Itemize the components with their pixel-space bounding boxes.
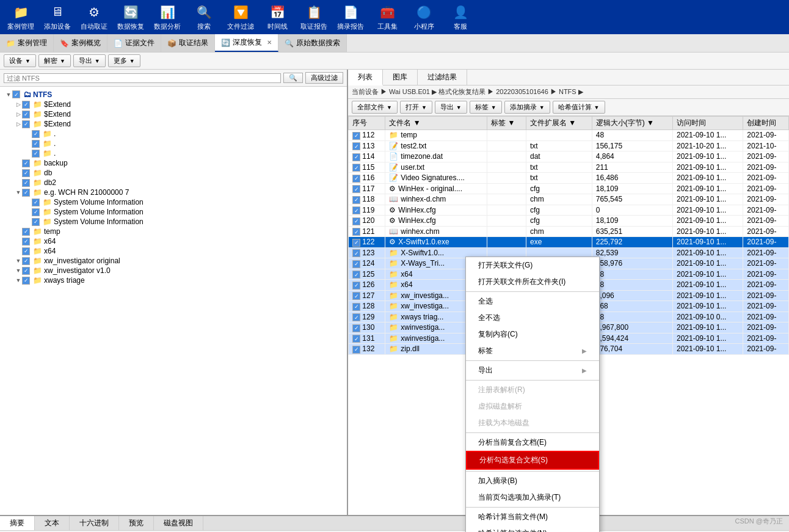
tree-toggle-xw-v1[interactable]: ▼ bbox=[15, 267, 22, 274]
tree-checkbox-temp[interactable]: ✓ bbox=[22, 228, 30, 236]
more-button[interactable]: 更多 ▼ bbox=[108, 54, 140, 67]
toolbar-customer-service[interactable]: 👤 客服 bbox=[445, 2, 476, 32]
all-files-button[interactable]: 全部文件 ▼ bbox=[352, 101, 398, 114]
tree-checkbox-db2[interactable]: ✓ bbox=[22, 179, 30, 187]
right-tab-gallery[interactable]: 图库 bbox=[383, 70, 418, 85]
row-checkbox[interactable]: ✓ bbox=[352, 271, 360, 279]
menu-hash-selected[interactable]: 哈希计算勾选文件(N) bbox=[466, 525, 599, 532]
row-checkbox[interactable]: ✓ bbox=[352, 249, 360, 257]
tree-node-sysvolinfo3[interactable]: ✓ 📁 System Volume Information bbox=[2, 217, 344, 227]
export-button[interactable]: 导出 ▼ bbox=[73, 54, 106, 67]
row-checkbox[interactable]: ✓ bbox=[352, 228, 360, 236]
menu-analyze-selected[interactable]: 分析勾选复合文档(S) bbox=[466, 451, 599, 470]
tab-deep-recover[interactable]: 🔄 深度恢复 ✕ bbox=[215, 34, 278, 52]
tree-node-xw-v1[interactable]: ▼ ✓ 📁 xw_investigator v1.0 bbox=[2, 266, 344, 275]
bottom-tab-hex[interactable]: 十六进制 bbox=[70, 516, 119, 530]
add-extract-button[interactable]: 添加摘录 ▼ bbox=[504, 101, 550, 114]
hash-calc-button[interactable]: 哈希值计算 ▼ bbox=[553, 101, 605, 114]
bottom-tab-summary[interactable]: 摘要 bbox=[0, 516, 35, 530]
tree-node-ntfs[interactable]: ▼ ✓ 🗂 NTFS bbox=[2, 89, 344, 100]
row-checkbox[interactable]: ✓ bbox=[352, 132, 360, 140]
tree-checkbox-x64-1[interactable]: ✓ bbox=[22, 238, 30, 246]
row-checkbox[interactable]: ✓ bbox=[352, 175, 360, 183]
tree-toggle-xw-orig[interactable]: ▼ bbox=[15, 257, 22, 264]
tree-toggle-extend2[interactable]: ▷ bbox=[15, 111, 22, 118]
tree-checkbox-sysvolinfo3[interactable]: ✓ bbox=[32, 218, 40, 226]
menu-open-assoc-folder[interactable]: 打开关联文件所在文件夹(I) bbox=[466, 274, 599, 290]
tree-node-dot1[interactable]: ✓ 📁 . bbox=[2, 129, 344, 139]
table-row[interactable]: ✓ 121 📖winhex.chm chm 635,251 2021-09-10… bbox=[349, 226, 789, 237]
tree-node-dot2[interactable]: ✓ 📁 . bbox=[2, 139, 344, 148]
tree-toggle-extend3[interactable]: ▷ bbox=[15, 120, 22, 128]
tree-node-extend3[interactable]: ▷ ✓ 📁 $Extend bbox=[2, 119, 344, 129]
row-checkbox[interactable]: ✓ bbox=[352, 346, 360, 354]
table-row[interactable]: ✓ 118 📖winhex-d.chm chm 765,545 2021-09-… bbox=[349, 194, 789, 205]
menu-copy-content[interactable]: 复制内容(C) bbox=[466, 326, 599, 343]
export2-button[interactable]: 导出 ▼ bbox=[435, 101, 467, 114]
tree-checkbox-extend3[interactable]: ✓ bbox=[22, 120, 30, 128]
table-row[interactable]: ✓ 122 ⚙X-Swiftv1.0.exe exe 225,792 2021-… bbox=[349, 237, 789, 248]
right-tab-list[interactable]: 列表 bbox=[348, 70, 383, 86]
tree-checkbox-sysvolinfo1[interactable]: ✓ bbox=[32, 199, 40, 206]
tree-checkbox-wch[interactable]: ✓ bbox=[22, 189, 30, 197]
tree-checkbox-xways-triage[interactable]: ✓ bbox=[22, 277, 30, 285]
tab-extract-result[interactable]: 📦 取证结果 bbox=[161, 34, 215, 52]
tree-toggle-xways-triage[interactable]: ▼ bbox=[15, 277, 22, 284]
table-row[interactable]: ✓ 116 📝Video Signatures.... txt 16,486 2… bbox=[349, 173, 789, 184]
table-row[interactable]: ✓ 114 📄timezone.dat dat 4,864 2021-09-10… bbox=[349, 151, 789, 162]
menu-deselect-all[interactable]: 全不选 bbox=[466, 310, 599, 326]
tab-case-overview[interactable]: 🔖 案例概览 bbox=[54, 34, 107, 52]
row-checkbox[interactable]: ✓ bbox=[352, 206, 360, 214]
device-button[interactable]: 设备 ▼ bbox=[4, 54, 36, 67]
row-checkbox[interactable]: ✓ bbox=[352, 292, 360, 300]
row-checkbox[interactable]: ✓ bbox=[352, 164, 360, 172]
menu-export[interactable]: 导出 ▶ bbox=[466, 362, 599, 379]
table-row[interactable]: ✓ 112 📁temp 48 2021-09-10 1... 2021-09- bbox=[349, 130, 789, 141]
tree-checkbox-ntfs[interactable]: ✓ bbox=[12, 90, 20, 98]
search-button[interactable]: 🔍 bbox=[283, 73, 303, 83]
tree-node-x64-2[interactable]: ✓ 📁 x64 bbox=[2, 246, 344, 256]
row-checkbox[interactable]: ✓ bbox=[352, 142, 360, 150]
tree-checkbox-sysvolinfo2[interactable]: ✓ bbox=[32, 208, 40, 216]
advanced-filter-button[interactable]: 高级过滤 bbox=[305, 72, 343, 84]
toolbar-mini-program[interactable]: 🔵 小程序 bbox=[408, 2, 440, 32]
right-tab-filter-result[interactable]: 过滤结果 bbox=[418, 70, 467, 85]
tab-raw-search[interactable]: 🔍 原始数据搜索 bbox=[278, 34, 347, 52]
tree-checkbox-xw-orig[interactable]: ✓ bbox=[22, 257, 30, 265]
menu-select-all[interactable]: 全选 bbox=[466, 293, 599, 310]
menu-hash-current[interactable]: 哈希计算当前文件(M) bbox=[466, 509, 599, 525]
tree-toggle-wch[interactable]: ▼ bbox=[15, 189, 22, 196]
tree-node-db2[interactable]: ✓ 📁 db2 bbox=[2, 178, 344, 188]
tag-button[interactable]: 标签 ▼ bbox=[470, 101, 502, 114]
toolbar-capture-report[interactable]: 📄 摘录报告 bbox=[335, 2, 366, 32]
toolbar-search[interactable]: 🔍 搜索 bbox=[188, 2, 220, 32]
toolbar-auto-extract[interactable]: ⚙ 自动取证 bbox=[78, 2, 110, 32]
row-checkbox[interactable]: ✓ bbox=[352, 196, 360, 204]
menu-tag[interactable]: 标签 ▶ bbox=[466, 343, 599, 359]
table-row[interactable]: ✓ 119 ⚙WinHex.cfg cfg 0 2021-09-10 1... … bbox=[349, 205, 789, 216]
tree-node-db[interactable]: ✓ 📁 db bbox=[2, 168, 344, 178]
tree-node-wch[interactable]: ▼ ✓ 📁 e.g. WCH RN 21000000 7 bbox=[2, 188, 344, 197]
tree-checkbox-xw-v1[interactable]: ✓ bbox=[22, 267, 30, 275]
bottom-tab-disk[interactable]: 磁盘视图 bbox=[154, 516, 203, 530]
tree-node-sysvolinfo2[interactable]: ✓ 📁 System Volume Information bbox=[2, 207, 344, 217]
toolbar-data-analyze[interactable]: 📊 数据分析 bbox=[151, 2, 183, 32]
tree-checkbox-db[interactable]: ✓ bbox=[22, 169, 30, 177]
tree-checkbox-dot3[interactable]: ✓ bbox=[32, 150, 40, 158]
tree-toggle-extend1[interactable]: ▷ bbox=[15, 101, 22, 108]
row-checkbox[interactable]: ✓ bbox=[352, 217, 360, 225]
tree-checkbox-backup[interactable]: ✓ bbox=[22, 159, 30, 167]
row-checkbox[interactable]: ✓ bbox=[352, 303, 360, 311]
toolbar-timeline[interactable]: 📅 时间线 bbox=[261, 2, 293, 32]
toolbar-case-mgmt[interactable]: 📁 案例管理 bbox=[5, 2, 37, 32]
filter-input[interactable] bbox=[4, 73, 281, 83]
open-button[interactable]: 打开 ▼ bbox=[400, 101, 432, 114]
tree-toggle-ntfs[interactable]: ▼ bbox=[5, 91, 12, 98]
tree-node-xways-triage[interactable]: ▼ ✓ 📁 xways triage bbox=[2, 275, 344, 285]
row-checkbox[interactable]: ✓ bbox=[352, 282, 360, 290]
toolbar-add-device[interactable]: 🖥 添加设备 bbox=[42, 2, 73, 32]
toolbar-data-recover[interactable]: 🔄 数据恢复 bbox=[115, 2, 147, 32]
table-row[interactable]: ✓ 117 ⚙WinHex - original.... cfg 18,109 … bbox=[349, 183, 789, 194]
tab-evidence-file[interactable]: 📄 证据文件 bbox=[107, 34, 161, 52]
tree-checkbox-dot1[interactable]: ✓ bbox=[32, 130, 40, 138]
